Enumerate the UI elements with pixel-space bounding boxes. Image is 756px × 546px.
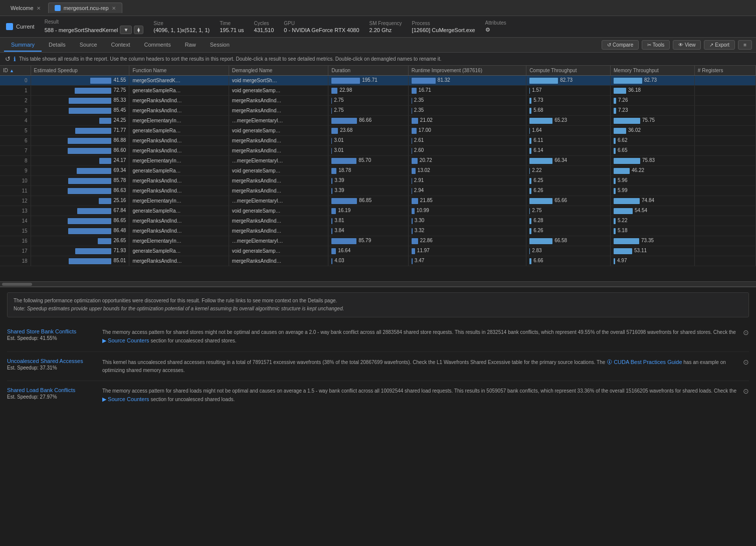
perf-source-link-shared-load-bank-conflicts[interactable]: ▶ Source Counters [102,396,149,402]
tab-welcome-close[interactable]: ✕ [37,6,41,11]
tab-raw[interactable]: Raw [178,39,203,52]
cell-function: mergeRanksAndInd… [129,136,229,146]
cell-memory: 82.73 [610,76,694,86]
export-button[interactable]: ↗ Export [704,40,735,50]
tab-details[interactable]: Details [42,39,73,52]
attributes-label: Attributes [485,20,506,26]
cell-function: mergeElementaryIn… [129,156,229,166]
cell-registers [694,246,755,256]
cell-runtime: 17.00 [408,126,526,136]
table-row[interactable]: 571.77generateSampleRa…void generateSamp… [0,126,756,136]
tab-context[interactable]: Context [104,39,137,52]
filter-btn[interactable]: ⧫ [134,26,143,34]
th-speedup[interactable]: Estimated Speedup [31,66,129,76]
cell-speedup: 41.55 [31,76,129,86]
cell-speedup: 86.65 [31,216,129,226]
cell-memory: 5.22 [610,216,694,226]
table-row[interactable]: 824.17mergeElementaryIn……mergeElementary… [0,156,756,166]
table-row[interactable]: 385.45mergeRanksAndInd…mergeRanksAndInd…… [0,106,756,116]
tab-session[interactable]: Session [203,39,237,52]
hscroll[interactable] [0,281,756,286]
table-row[interactable]: 786.60mergeRanksAndInd…mergeRanksAndInd…… [0,146,756,156]
gpu-value: 0 - NVIDIA GeForce RTX 4080 [284,27,359,33]
table-row[interactable]: 041.55mergeSortSharedK…void mergeSortSh…… [0,76,756,86]
tab-comments[interactable]: Comments [137,39,177,52]
table-row[interactable]: 1085.78mergeRanksAndInd…mergeRanksAndInd… [0,176,756,186]
cell-function: generateSampleRa… [129,206,229,216]
th-registers[interactable]: # Registers [694,66,755,76]
cell-registers [694,116,755,126]
attributes-gear-icon[interactable]: ⚙ [485,27,506,33]
tab-welcome-label: Welcome [11,5,34,11]
tab-mergesort-close[interactable]: ✕ [112,6,116,11]
cell-demangled: …mergeElementaryI… [229,156,328,166]
perf-expand-icon-shared-load-bank-conflicts[interactable]: ⊙ [743,387,749,395]
th-compute[interactable]: Compute Throughput [526,66,611,76]
table-row[interactable]: 1486.65mergeRanksAndInd…mergeRanksAndInd… [0,216,756,226]
process-label: Process [412,21,475,26]
th-demangled[interactable]: Demangled Name [229,66,328,76]
table-row[interactable]: 969.34generateSampleRa…void generateSamp… [0,166,756,176]
th-function[interactable]: Function Name [129,66,229,76]
table-row[interactable]: 172.75generateSampleRa…void generateSamp… [0,86,756,96]
th-duration[interactable]: Duration [328,66,409,76]
table-row[interactable]: 1225.16mergeElementaryIn……mergeElementar… [0,196,756,206]
table-row[interactable]: 1885.01mergeRanksAndInd…mergeRanksAndInd… [0,256,756,266]
view-button[interactable]: 👁 View [673,40,701,50]
perf-source-link-shared-store-bank-conflicts[interactable]: ▶ Source Counters [102,337,149,343]
cell-demangled: mergeRanksAndInd… [229,146,328,156]
table-row[interactable]: 285.33mergeRanksAndInd…mergeRanksAndInd…… [0,96,756,106]
cell-speedup: 26.65 [31,236,129,246]
tab-summary[interactable]: Summary [4,39,42,52]
cell-compute: 66.34 [526,156,611,166]
time-section: Time 195.71 us [220,21,244,33]
perf-expand-icon-shared-store-bank-conflicts[interactable]: ⊙ [743,328,749,336]
cell-compute: 5.68 [526,106,611,116]
cell-demangled: …mergeElementaryI… [229,196,328,206]
th-memory[interactable]: Memory Throughput [610,66,694,76]
th-id[interactable]: ID ▲ [0,66,31,76]
table-row[interactable]: 1586.48mergeRanksAndInd…mergeRanksAndInd… [0,226,756,236]
tab-welcome[interactable]: Welcome ✕ [4,3,47,13]
result-dropdown[interactable]: ▼ [120,26,132,34]
perf-link-shared-load-bank-conflicts[interactable]: Shared Load Bank Conflicts [7,387,97,393]
cell-registers [694,76,755,86]
tab-mergesort[interactable]: mergesort.ncu-rep ✕ [48,3,122,13]
cell-memory: 4.97 [610,256,694,266]
table-row[interactable]: 1771.93generateSampleRa…void generateSam… [0,246,756,256]
size-section: Size (4096, 1, 1)x(512, 1, 1) [153,21,210,33]
menu-button[interactable]: ≡ [738,40,752,50]
cell-runtime: 2.60 [408,146,526,156]
perf-expand-icon-uncoalesced-shared-accesses[interactable]: ⊙ [743,358,749,366]
perf-link-shared-store-bank-conflicts[interactable]: Shared Store Bank Conflicts [7,328,97,334]
table-row[interactable]: 424.25mergeElementaryIn……mergeElementary… [0,116,756,126]
tab-mergesort-label: mergesort.ncu-rep [64,5,109,11]
cell-function: mergeElementaryIn… [129,196,229,206]
hscroll-thumb[interactable] [2,283,32,286]
perf-link-uncoalesced-shared-accesses[interactable]: Uncoalesced Shared Accesses [7,358,97,364]
cell-speedup: 67.84 [31,206,129,216]
cell-function: mergeRanksAndInd… [129,176,229,186]
compare-button[interactable]: ↺ Compare [602,40,639,50]
th-runtime[interactable]: Runtime Improvement (387616) [408,66,526,76]
cell-function: mergeRanksAndInd… [129,96,229,106]
cell-memory: 6.65 [610,146,694,156]
table-row[interactable]: 1367.84generateSampleRa…void generateSam… [0,206,756,216]
table-row[interactable]: 686.88mergeRanksAndInd…mergeRanksAndInd…… [0,136,756,146]
perf-speedup-shared-load-bank-conflicts: Est. Speedup: 27.97% [7,394,97,400]
perf-source-link-uncoalesced-shared-accesses[interactable]: 🛈 CUDA Best Practices Guide [607,359,682,365]
cell-id: 16 [0,236,31,246]
cell-speedup: 86.60 [31,146,129,156]
cell-duration: 85.70 [328,156,409,166]
perf-item-uncoalesced-shared-accesses: Uncoalesced Shared Accesses Est. Speedup… [7,352,749,382]
table-row[interactable]: 1626.65mergeElementaryIn……mergeElementar… [0,236,756,246]
table-scroll[interactable]: ID ▲ Estimated Speedup Function Name Dem… [0,66,756,281]
cell-speedup: 85.45 [31,106,129,116]
cell-runtime: 2.35 [408,106,526,116]
cell-memory: 7.26 [610,96,694,106]
table-row[interactable]: 1186.63mergeRanksAndInd…mergeRanksAndInd… [0,186,756,196]
cell-compute: 65.23 [526,116,611,126]
perf-speedup-uncoalesced-shared-accesses: Est. Speedup: 37.31% [7,365,97,371]
tab-source[interactable]: Source [73,39,104,52]
tools-button[interactable]: ✂ Tools [642,40,670,50]
